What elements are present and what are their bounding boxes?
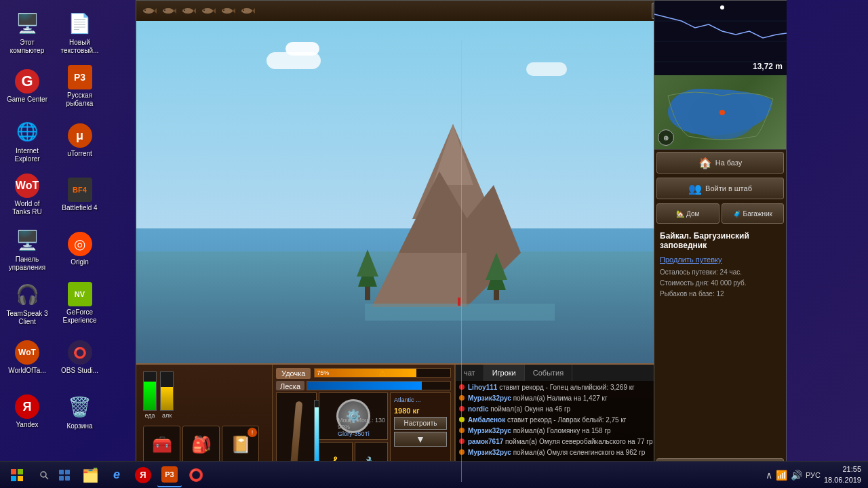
desktop-icon-obs[interactable]: ⭕ OBS Studi... bbox=[56, 332, 104, 383]
home-button[interactable]: 🏡 Дом bbox=[656, 203, 719, 224]
inv-slot-backpack[interactable]: 🎒 bbox=[182, 426, 220, 463]
reel-name: Glory-350Ti bbox=[338, 430, 385, 437]
food-bar-group: еда bbox=[143, 371, 157, 419]
rod-name: Atlantic ... bbox=[394, 396, 447, 405]
inv-slot-tackle-box[interactable]: 🧰 bbox=[143, 426, 180, 463]
rod-setup-button[interactable]: Настроить bbox=[394, 417, 447, 430]
chat-tab-players[interactable]: Игроки bbox=[484, 365, 525, 381]
staff-icon: 👥 bbox=[688, 182, 702, 195]
desktop-icon-yandex[interactable]: Я Yandex bbox=[3, 386, 51, 437]
taskbar-app-edge[interactable]: e bbox=[104, 463, 129, 487]
recycle-icon: 🗑️ bbox=[66, 393, 94, 420]
tray-network-icon[interactable]: 📶 bbox=[776, 470, 787, 481]
tray-up-icon[interactable]: ∧ bbox=[766, 470, 772, 481]
cloud-2 bbox=[285, 42, 319, 56]
desktop-icon-recycle[interactable]: 🗑️ Корзина bbox=[56, 386, 104, 437]
desktop-icon-computer[interactable]: 🖥️ Этоткомпьютер bbox=[3, 7, 51, 58]
mini-map-svg bbox=[654, 75, 786, 150]
rod-arrow-button[interactable]: ▼ bbox=[394, 432, 447, 447]
chat-tab-chat[interactable]: чат bbox=[456, 365, 484, 381]
base-button[interactable]: 🏠 На базу bbox=[656, 152, 784, 174]
reel-main-slot[interactable]: ⚙️ Мощ.: Мощ.: 130 90% Glory-350Ti bbox=[319, 392, 388, 440]
panel-label: Панельуправления bbox=[9, 256, 46, 272]
desktop-icon-fishing[interactable]: Р3 Русскаярыбалка bbox=[56, 61, 104, 112]
alc-label: алк bbox=[162, 412, 172, 419]
line-progress-bar bbox=[307, 381, 451, 390]
svg-point-15 bbox=[241, 8, 252, 14]
desktop-icon-bf4[interactable]: BF4 Battlefield 4 bbox=[56, 169, 104, 220]
tray-lang-icon[interactable]: РУС bbox=[806, 471, 821, 479]
food-label: еда bbox=[144, 412, 155, 419]
svg-point-6 bbox=[182, 8, 193, 14]
fish-item-1[interactable] bbox=[140, 2, 157, 20]
fish-svg-3 bbox=[180, 5, 196, 17]
renew-link[interactable]: Продлить путевку bbox=[660, 256, 781, 264]
bag-icon: 🧳 bbox=[733, 210, 741, 218]
fishing-game-icon: Р3 bbox=[68, 65, 92, 89]
taskbar-app-obs[interactable]: ⭕ bbox=[184, 463, 208, 487]
fish-item-5[interactable] bbox=[218, 2, 236, 20]
desktop-icon-notepad[interactable]: 📄 Новыйтекстовый... bbox=[56, 7, 104, 58]
inv-slot-notebook[interactable]: 📔 ! bbox=[222, 426, 259, 463]
taskbar-search-button[interactable] bbox=[34, 465, 54, 485]
fish-item-2[interactable] bbox=[159, 2, 177, 20]
taskbar-app-fishing[interactable]: Р3 bbox=[157, 463, 182, 487]
desktop-icons-container: 🖥️ Этоткомпьютер G Game Center 🌐 Interne… bbox=[0, 0, 108, 447]
chat-tab-events[interactable]: События bbox=[525, 365, 572, 381]
desktop-icon-nvidia[interactable]: NV GeForceExperience bbox=[56, 278, 104, 329]
desktop-icon-panel[interactable]: 🖥️ Панельуправления bbox=[3, 224, 51, 274]
explorer-icon: 🗂️ bbox=[82, 467, 99, 483]
ts3-icon: 🎧 bbox=[14, 281, 41, 308]
fishers-count: Рыбаков на базе: 12 bbox=[660, 289, 781, 300]
svg-rect-46 bbox=[65, 476, 70, 481]
renew-left: Осталось путевки: 24 час. bbox=[660, 267, 781, 278]
right-panel: 13,72 m ⊕ 🏠 На базу bbox=[654, 1, 786, 482]
svg-point-41 bbox=[41, 472, 46, 477]
base-label: На базу bbox=[715, 159, 743, 167]
fish-item-3[interactable] bbox=[179, 2, 197, 20]
chat-dot-2 bbox=[459, 395, 465, 401]
chat-msg-text-7: поймал(а) Омуля селенгинского на 962 гр bbox=[513, 449, 646, 456]
svg-point-8 bbox=[184, 9, 185, 11]
tray-speaker-icon[interactable]: 🔊 bbox=[791, 470, 802, 481]
alc-bar-fill bbox=[161, 387, 173, 410]
svg-rect-43 bbox=[59, 470, 64, 474]
line-label: Леска bbox=[276, 381, 304, 390]
rod-warning-icon: ⚠ bbox=[379, 369, 386, 378]
nvidia-icon: NV bbox=[68, 282, 92, 306]
desktop-icon-gamecenter[interactable]: G Game Center bbox=[3, 61, 51, 112]
notebook-badge: ! bbox=[248, 428, 257, 437]
bag-button[interactable]: 🧳 Багажник bbox=[722, 203, 785, 224]
chat-dot-3 bbox=[459, 406, 465, 411]
taskbar-app-yandex[interactable]: Я bbox=[131, 463, 155, 487]
svg-marker-10 bbox=[213, 8, 216, 14]
notebook-icon: 📔 bbox=[231, 435, 251, 454]
widgets-icon bbox=[59, 470, 70, 481]
fish-item-4[interactable] bbox=[199, 2, 216, 20]
tray-date-value: 18.06.2019 bbox=[824, 475, 861, 485]
svg-rect-40 bbox=[18, 476, 23, 481]
desktop-icon-wot[interactable]: WoT World ofTanks RU bbox=[3, 169, 51, 220]
start-button[interactable] bbox=[0, 462, 34, 489]
staff-button[interactable]: 👥 Войти в штаб bbox=[656, 178, 784, 199]
taskbar-widgets-button[interactable] bbox=[54, 465, 75, 485]
desktop-icon-utorrent[interactable]: μ uTorrent bbox=[56, 115, 104, 166]
svg-point-3 bbox=[163, 8, 174, 14]
desktop-icon-worldofta[interactable]: WoT WorldOfTa... bbox=[3, 332, 51, 383]
fish-item-6[interactable] bbox=[238, 2, 256, 20]
chat-user-3: nordic bbox=[468, 405, 489, 413]
desktop-icon-ie[interactable]: 🌐 InternetExplorer bbox=[3, 115, 51, 166]
desktop-icon-origin[interactable]: ◎ Origin bbox=[56, 224, 104, 274]
taskbar-app-explorer[interactable]: 🗂️ bbox=[78, 463, 102, 487]
location-name: Байкал. Баргузинский заповедник bbox=[660, 231, 781, 250]
taskbar: 🗂️ e Я Р3 ⭕ ∧ 📶 🔊 РУС 21:55 18.06.2019 bbox=[0, 461, 868, 488]
desktop-icon-ts3[interactable]: 🎧 TeamSpeak 3Client bbox=[3, 278, 51, 329]
nvidia-label: GeForceExperience bbox=[62, 308, 96, 325]
origin-icon: ◎ bbox=[68, 232, 92, 256]
svg-rect-45 bbox=[59, 476, 64, 481]
alc-bar-group: алк bbox=[160, 371, 174, 419]
yandex-label: Yandex bbox=[16, 421, 38, 429]
chat-msg-text-2: поймал(а) Налима на 1,427 кг bbox=[513, 394, 608, 402]
cloud-3 bbox=[526, 62, 567, 76]
svg-rect-37 bbox=[11, 469, 16, 474]
